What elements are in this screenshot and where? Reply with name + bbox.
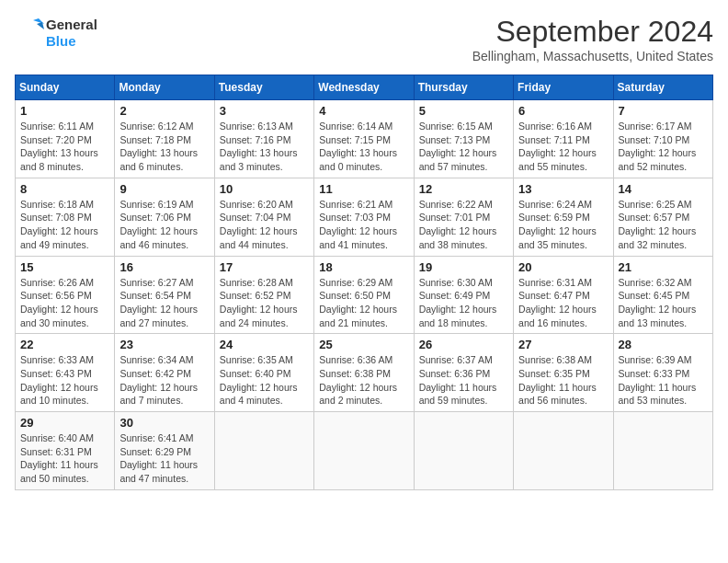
sunset-label: Sunset: [220,134,256,145]
day-number: 4 [319,104,408,118]
calendar-week-4: 22 Sunrise: 6:33 AM Sunset: 6:43 PM Dayl… [16,334,713,412]
sunset-label: Sunset: [419,368,455,379]
daylight-label: Daylight: 12 hours and 35 minutes. [518,225,597,250]
day-info: Sunrise: 6:14 AM Sunset: 7:15 PM Dayligh… [319,120,408,174]
sunset-time: 6:57 PM [654,212,689,223]
calendar-cell [214,412,313,490]
sunset-time: 7:13 PM [454,134,490,145]
calendar-week-3: 15 Sunrise: 6:26 AM Sunset: 6:56 PM Dayl… [16,256,713,334]
day-number: 13 [518,182,608,196]
sunrise-label: Sunrise: [119,199,157,210]
sunset-time: 6:49 PM [454,290,490,301]
day-info: Sunrise: 6:31 AM Sunset: 6:47 PM Dayligh… [518,276,608,330]
day-number: 21 [619,260,708,274]
sunrise-label: Sunrise: [119,121,157,132]
day-number: 29 [20,416,109,430]
sunrise-label: Sunrise: [20,121,58,132]
day-info: Sunrise: 6:39 AM Sunset: 6:33 PM Dayligh… [619,353,708,408]
calendar-cell: 8 Sunrise: 6:18 AM Sunset: 7:08 PM Dayli… [16,178,115,256]
sunset-label: Sunset: [619,290,654,301]
sunrise-label: Sunrise: [119,432,157,443]
sunset-label: Sunset: [319,134,355,145]
calendar-cell: 29 Sunrise: 6:40 AM Sunset: 6:31 PM Dayl… [16,412,115,490]
day-number: 25 [319,338,408,351]
calendar-cell: 10 Sunrise: 6:20 AM Sunset: 7:04 PM Dayl… [214,178,313,256]
sunrise-time: 6:27 AM [158,277,194,288]
day-info: Sunrise: 6:22 AM Sunset: 7:01 PM Dayligh… [419,198,508,252]
calendar-table: SundayMondayTuesdayWednesdayThursdayFrid… [15,75,713,490]
logo-bird-icon [15,15,44,52]
day-number: 18 [319,260,408,274]
day-number: 17 [220,260,309,274]
calendar-cell: 6 Sunrise: 6:16 AM Sunset: 7:11 PM Dayli… [514,100,613,178]
logo: General Blue [15,15,97,52]
sunrise-label: Sunrise: [220,277,257,288]
sunrise-label: Sunrise: [220,354,257,365]
sunrise-label: Sunrise: [419,121,457,132]
calendar-cell: 3 Sunrise: 6:13 AM Sunset: 7:16 PM Dayli… [214,100,313,178]
sunrise-label: Sunrise: [518,199,556,210]
sunrise-label: Sunrise: [220,121,257,132]
day-number: 1 [20,104,109,118]
daylight-label: Daylight: 12 hours and 27 minutes. [119,304,198,328]
day-info: Sunrise: 6:30 AM Sunset: 6:49 PM Dayligh… [419,276,508,330]
sunset-time: 7:08 PM [56,212,92,223]
sunset-time: 7:11 PM [554,134,590,145]
daylight-label: Daylight: 12 hours and 38 minutes. [419,225,497,250]
sunset-time: 7:03 PM [355,212,391,223]
sunrise-label: Sunrise: [319,121,357,132]
day-info: Sunrise: 6:34 AM Sunset: 6:42 PM Dayligh… [119,353,209,408]
calendar-cell: 14 Sunrise: 6:25 AM Sunset: 6:57 PM Dayl… [613,178,712,256]
calendar-cell: 19 Sunrise: 6:30 AM Sunset: 6:49 PM Dayl… [414,256,513,334]
sunrise-label: Sunrise: [518,354,556,365]
sunset-time: 6:52 PM [255,290,290,301]
sunset-time: 6:45 PM [654,290,689,301]
weekday-header-saturday: Saturday [613,75,712,100]
day-info: Sunrise: 6:36 AM Sunset: 6:38 PM Dayligh… [319,353,408,408]
sunset-label: Sunset: [619,212,654,223]
sunrise-time: 6:11 AM [58,121,94,132]
daylight-label: Daylight: 13 hours and 6 minutes. [119,147,198,172]
day-number: 30 [119,416,209,430]
daylight-label: Daylight: 12 hours and 7 minutes. [119,382,198,407]
sunrise-time: 6:17 AM [656,121,692,132]
daylight-label: Daylight: 12 hours and 46 minutes. [119,225,198,250]
sunrise-label: Sunrise: [220,199,257,210]
sunset-label: Sunset: [119,290,155,301]
sunrise-time: 6:19 AM [158,199,194,210]
sunset-label: Sunset: [319,290,355,301]
daylight-label: Daylight: 12 hours and 2 minutes. [319,382,397,407]
calendar-cell: 17 Sunrise: 6:28 AM Sunset: 6:52 PM Dayl… [214,256,313,334]
daylight-label: Daylight: 12 hours and 16 minutes. [518,304,597,328]
day-info: Sunrise: 6:32 AM Sunset: 6:45 PM Dayligh… [619,276,708,330]
calendar-cell: 13 Sunrise: 6:24 AM Sunset: 6:59 PM Dayl… [514,178,613,256]
sunset-time: 6:38 PM [355,368,391,379]
sunset-time: 6:56 PM [56,290,92,301]
daylight-label: Daylight: 12 hours and 24 minutes. [220,304,298,328]
daylight-label: Daylight: 12 hours and 52 minutes. [619,147,697,172]
sunrise-label: Sunrise: [619,354,656,365]
sunrise-time: 6:32 AM [656,277,692,288]
calendar-cell: 5 Sunrise: 6:15 AM Sunset: 7:13 PM Dayli… [414,100,513,178]
calendar-cell: 7 Sunrise: 6:17 AM Sunset: 7:10 PM Dayli… [613,100,712,178]
sunrise-label: Sunrise: [20,432,58,443]
day-number: 22 [20,338,109,351]
sunset-label: Sunset: [518,212,554,223]
day-info: Sunrise: 6:19 AM Sunset: 7:06 PM Dayligh… [119,198,209,252]
calendar-cell: 24 Sunrise: 6:35 AM Sunset: 6:40 PM Dayl… [214,334,313,412]
daylight-label: Daylight: 13 hours and 8 minutes. [20,147,98,172]
sunrise-time: 6:15 AM [457,121,493,132]
daylight-label: Daylight: 12 hours and 30 minutes. [20,304,98,328]
calendar-cell: 9 Sunrise: 6:19 AM Sunset: 7:06 PM Dayli… [115,178,214,256]
calendar-cell [514,412,613,490]
day-number: 10 [220,182,309,196]
day-number: 26 [419,338,508,351]
day-info: Sunrise: 6:13 AM Sunset: 7:16 PM Dayligh… [220,120,309,174]
sunset-time: 7:10 PM [654,134,689,145]
day-number: 2 [119,104,209,118]
sunset-label: Sunset: [119,212,155,223]
sunset-time: 6:33 PM [654,368,689,379]
calendar-cell: 16 Sunrise: 6:27 AM Sunset: 6:54 PM Dayl… [115,256,214,334]
sunset-label: Sunset: [419,212,455,223]
sunset-label: Sunset: [619,368,654,379]
